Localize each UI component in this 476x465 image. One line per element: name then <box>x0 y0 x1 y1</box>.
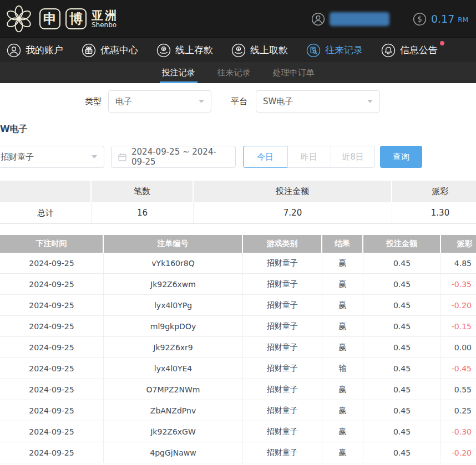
nav-item-label: 线上取款 <box>250 44 288 57</box>
table-row[interactable]: 2024-09-25ZbANZdPnv招财童子赢0.450.25 <box>0 400 476 421</box>
summary-header-cell: 笔数 <box>92 181 194 202</box>
table-cell: Jk92Z6xGW <box>104 421 243 442</box>
tab-2[interactable]: 处理中订单 <box>271 62 317 83</box>
table-row[interactable]: 2024-09-25Jk92Z6xr9招财童子赢0.450.00 <box>0 337 476 358</box>
table-row[interactable]: 2024-09-25vYk160r8Q招财童子赢0.454.85 <box>0 253 476 274</box>
table-row[interactable]: 2024-09-254pgGjNaww招财童子赢0.45-0.20 <box>0 442 476 463</box>
record-tabs: 投注记录往来记录处理中订单 <box>0 62 476 83</box>
chevron-down-icon <box>199 100 204 103</box>
nav-item-records[interactable]: 往来记录 <box>306 43 363 58</box>
table-header-cell: 下注时间 <box>0 235 104 253</box>
table-header-cell: 注单编号 <box>104 235 243 253</box>
redacted-username <box>330 12 389 26</box>
table-cell: 0.45 <box>363 442 441 463</box>
game-select[interactable]: 招财童子 <box>0 146 104 168</box>
table-cell: 招财童子 <box>243 400 322 421</box>
table-cell: 招财童子 <box>243 253 322 273</box>
table-cell: -0.15 <box>441 316 476 336</box>
table-cell: 赢 <box>322 379 363 400</box>
nav-item-label: 往来记录 <box>325 44 363 57</box>
table-header-cell: 游戏类别 <box>243 235 322 253</box>
page: 申 博 亚洲 Shenbo $ 0.17 RM 我的账户优惠中心线 <box>0 0 476 463</box>
balance[interactable]: $ 0.17 RM <box>413 12 468 26</box>
table-cell: 0.45 <box>363 253 441 273</box>
date-range-picker[interactable]: 2024-09-25 ~ 2024-09-25 <box>111 146 236 168</box>
nav-item-bell[interactable]: 信息公告 <box>381 43 438 58</box>
table-row[interactable]: 2024-09-25lyx4l0YE4招财童子输0.45-0.45 <box>0 358 476 379</box>
logo-char-bo: 博 <box>65 8 87 29</box>
deposit-icon <box>156 43 171 58</box>
withdraw-icon <box>231 43 246 58</box>
type-select[interactable]: 电子 <box>108 90 211 113</box>
table-cell: 4pgGjNaww <box>104 442 243 463</box>
tab-1[interactable]: 往来记录 <box>215 62 253 83</box>
table-cell: 0.25 <box>441 400 476 421</box>
game-select-value: 招财童子 <box>1 152 34 162</box>
chevron-down-icon <box>92 155 97 159</box>
summary-cell: 总计 <box>0 202 92 223</box>
table-header-cell: 派彩 <box>441 235 476 253</box>
table-cell: lyx4l0YE4 <box>104 358 243 379</box>
table-cell: 赢 <box>322 316 363 336</box>
table-cell: 招财童子 <box>243 421 322 442</box>
table-cell: 0.45 <box>363 274 441 294</box>
table-cell: 招财童子 <box>243 337 322 357</box>
table-row[interactable]: 2024-09-25Jk92Z6xGW招财童子赢0.45-0.30 <box>0 421 476 442</box>
table-cell: -0.30 <box>441 421 476 442</box>
platform-select[interactable]: SW电子 <box>256 90 380 113</box>
table-cell: 2024-09-25 <box>0 316 104 336</box>
type-select-value: 电子 <box>115 96 132 107</box>
quick-button-2[interactable]: 近8日 <box>331 146 375 168</box>
table-cell: 2024-09-25 <box>0 400 104 421</box>
table-cell: 2024-09-25 <box>0 379 104 400</box>
table-cell: 0.55 <box>441 379 476 400</box>
table-cell: 赢 <box>322 421 363 442</box>
nav-item-withdraw[interactable]: 线上取款 <box>231 43 288 58</box>
table-cell: 2024-09-25 <box>0 421 104 442</box>
table-body: 2024-09-25vYk160r8Q招财童子赢0.454.852024-09-… <box>0 253 476 463</box>
user-icon <box>7 43 21 58</box>
summary-cell: 1.30 <box>392 202 476 223</box>
nav-item-user[interactable]: 我的账户 <box>7 43 63 58</box>
logo-region: 亚洲 <box>92 9 118 22</box>
table-cell: 0.45 <box>363 316 441 336</box>
user-account[interactable] <box>311 12 389 26</box>
dollar-icon: $ <box>413 12 427 26</box>
quick-button-1[interactable]: 昨日 <box>287 146 331 168</box>
table-cell: 赢 <box>322 442 363 463</box>
nav-item-gift[interactable]: 优惠中心 <box>82 43 138 58</box>
table-cell: ml9gkpDOy <box>104 316 243 336</box>
table-row[interactable]: 2024-09-25Jk92Z6xwm招财童子赢0.45-0.35 <box>0 274 476 295</box>
summary-table: 笔数投注金额派彩 总计167.201.30 <box>0 181 476 224</box>
query-row: 招财童子 2024-09-25 ~ 2024-09-25 今日昨日近8日 查询 <box>0 146 476 168</box>
table-cell: 0.45 <box>363 379 441 400</box>
date-range-value: 2024-09-25 ~ 2024-09-25 <box>131 147 229 167</box>
search-button[interactable]: 查询 <box>380 146 422 168</box>
table-row[interactable]: 2024-09-25ml9gkpDOy招财童子赢0.45-0.15 <box>0 316 476 337</box>
nav-item-label: 优惠中心 <box>100 44 138 57</box>
table-cell: 4.85 <box>441 253 476 273</box>
table-cell: 0.45 <box>363 358 441 379</box>
quick-button-0[interactable]: 今日 <box>243 146 287 168</box>
table-cell: 2024-09-25 <box>0 358 104 379</box>
table-cell: ZbANZdPnv <box>104 400 243 421</box>
summary-header-cell: 投注金额 <box>194 181 392 202</box>
flower-logo-icon <box>3 3 34 34</box>
table-cell: 0.45 <box>363 337 441 357</box>
tab-0[interactable]: 投注记录 <box>160 62 198 83</box>
summary-header-cell: 派彩 <box>392 181 476 202</box>
table-cell: 2024-09-25 <box>0 442 104 463</box>
logo[interactable]: 申 博 亚洲 Shenbo <box>3 3 118 34</box>
nav-item-label: 信息公告 <box>400 44 438 57</box>
nav-item-deposit[interactable]: 线上存款 <box>156 43 213 58</box>
summary-cell: 7.20 <box>194 202 392 223</box>
summary-header-row: 笔数投注金额派彩 <box>0 181 476 202</box>
bell-icon <box>381 43 396 58</box>
table-cell: 2024-09-25 <box>0 253 104 273</box>
table-cell: 招财童子 <box>243 358 322 379</box>
table-cell: 2024-09-25 <box>0 274 104 294</box>
table-row[interactable]: 2024-09-25lyx4l0YPg招财童子赢0.45-0.20 <box>0 295 476 316</box>
table-cell: vYk160r8Q <box>104 253 243 273</box>
table-row[interactable]: 2024-09-25O7MPZ2NWm招财童子赢0.450.55 <box>0 379 476 400</box>
table-cell: 0.00 <box>441 337 476 357</box>
